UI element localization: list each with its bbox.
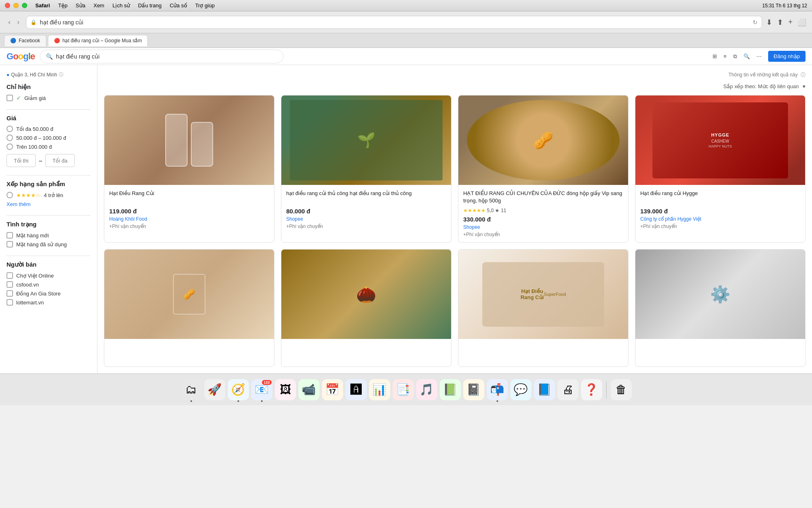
tab-label-google: hạt điều rang củi – Google Mua sắm <box>63 38 142 43</box>
download-icon[interactable]: ⬇ <box>766 18 772 27</box>
menu-file[interactable]: Tệp <box>58 2 67 9</box>
reload-icon[interactable]: ↻ <box>753 19 758 26</box>
google-search-bar[interactable]: 🔍 hạt điều rang củi <box>40 50 283 63</box>
product-seller-4[interactable]: Công ty cổ phần Hygge Việt <box>640 216 800 222</box>
tab-favicon-facebook: 🔵 <box>10 38 16 43</box>
price-radio-2[interactable] <box>6 135 13 141</box>
product-card-6[interactable]: 🌰 <box>281 249 451 367</box>
back-button[interactable]: ‹ <box>6 17 13 27</box>
new-item-checkbox[interactable] <box>6 232 13 239</box>
menu-help[interactable]: Trợ giúp <box>195 2 215 9</box>
tab-label-facebook: Facebook <box>19 38 40 43</box>
new-item-checkbox-row[interactable]: Mặt hàng mới <box>6 232 91 239</box>
new-tab-icon[interactable]: + <box>788 18 793 26</box>
price-option-1[interactable]: Tối đa 50.000 đ <box>6 126 91 132</box>
menu-bookmarks[interactable]: Dấu trang <box>138 2 162 9</box>
dock-photos[interactable]: 🖼 <box>275 379 296 400</box>
signin-button[interactable]: Đăng nhập <box>768 51 806 62</box>
dock-zalo[interactable]: 💬 <box>510 379 531 400</box>
info-icon[interactable]: ⓘ <box>59 72 63 78</box>
seller-lottemart-row[interactable]: lottemart.vn <box>6 299 91 306</box>
share-icon[interactable]: ⬆ <box>777 18 783 27</box>
tabs-icon[interactable]: ⬜ <box>797 18 806 27</box>
filter-icon[interactable]: ⧉ <box>733 53 737 60</box>
dock-appstore[interactable]: 🅰 <box>346 379 367 400</box>
more-options-icon[interactable]: ⋯ <box>756 53 762 59</box>
product-card-5[interactable]: 🥜 <box>104 249 274 367</box>
discount-checkbox[interactable] <box>6 95 13 101</box>
product-card-3[interactable]: 🥜 HẠT ĐIỀU RANG CỦI CHUYÊN CỦA ĐỨC đóng … <box>458 95 628 243</box>
search-icon-top[interactable]: 🔍 <box>743 53 750 59</box>
dock-facetime[interactable]: 📹 <box>298 379 320 400</box>
menu-app[interactable]: Safari <box>35 2 50 9</box>
maximize-button[interactable] <box>22 3 27 8</box>
dock-powerpoint[interactable]: 📑 <box>393 379 414 400</box>
dock-trash[interactable]: 🗑 <box>611 379 632 400</box>
used-item-checkbox[interactable] <box>6 241 13 247</box>
price-option-2[interactable]: 50.000 đ – 100.000 đ <box>6 135 91 141</box>
dock-word[interactable]: 📘 <box>534 379 555 400</box>
price-option-3[interactable]: Trên 100.000 đ <box>6 143 91 150</box>
dock-finder[interactable]: 🗂 <box>181 379 202 400</box>
product-img-4: HYGGE CASHEW HAPPY NUTS <box>635 96 805 185</box>
seller-cho-viet-checkbox[interactable] <box>6 272 13 279</box>
dock-notes[interactable]: 📓 <box>463 379 484 400</box>
dock-mail-dot <box>261 400 263 402</box>
menu-window[interactable]: Cửa số <box>170 2 187 9</box>
dock-mail[interactable]: 📧 122 <box>251 379 272 400</box>
product-card-1[interactable]: Hạt Điều Rang Củi 119.000 đ Hoàng Khôi F… <box>104 95 274 243</box>
sidebar: ● Quận 3, Hồ Chí Minh ⓘ Chỉ hiện ✓ Giảm … <box>0 65 97 373</box>
address-bar[interactable]: 🔒 hạt điều rang củi ↻ <box>26 16 762 29</box>
rating-radio[interactable] <box>6 192 13 198</box>
product-img-2: 🌱 <box>281 96 451 185</box>
seller-dong-an-checkbox[interactable] <box>6 290 13 297</box>
menu-edit[interactable]: Sửa <box>76 2 85 9</box>
price-max-input[interactable] <box>45 154 75 167</box>
seller-lottemart-checkbox[interactable] <box>6 299 13 306</box>
price-radio-3[interactable] <box>6 143 13 150</box>
seller-csfood-row[interactable]: csfood.vn <box>6 281 91 288</box>
product-seller-1[interactable]: Hoàng Khôi Food <box>109 216 269 222</box>
dock-help[interactable]: ❓ <box>581 379 602 400</box>
product-card-2[interactable]: 🌱 hạt điều rang củi thủ công hạt điều ra… <box>281 95 451 243</box>
sort-dropdown-icon[interactable]: ▾ <box>803 83 806 89</box>
dock-keynote[interactable]: 📊 <box>369 379 390 400</box>
product-card-4[interactable]: HYGGE CASHEW HAPPY NUTS Hạt điều rang củ… <box>635 95 806 243</box>
product-info-8 <box>635 339 805 367</box>
seller-csfood-checkbox[interactable] <box>6 281 13 288</box>
grid-view-icon[interactable]: ⊞ <box>713 53 717 59</box>
product-card-7[interactable]: Hạt ĐiềuRang CủiSuperFood <box>458 249 628 367</box>
price-radio-1[interactable] <box>6 126 13 132</box>
rating-row[interactable]: ★★★★☆ 4 trở lên <box>6 192 91 198</box>
product-seller-3[interactable]: Shopee <box>463 224 623 230</box>
discount-checkbox-row[interactable]: ✓ Giảm giá <box>6 95 91 101</box>
price-min-input[interactable] <box>6 154 36 167</box>
dock-music[interactable]: 🎵 <box>416 379 437 400</box>
dock-safari[interactable]: 🧭 <box>228 379 249 400</box>
see-more-link[interactable]: Xem thêm <box>6 201 30 207</box>
product-info-4: Hạt điều rang củi Hygge 139.000 đ Công t… <box>635 185 805 234</box>
info-icon-main[interactable]: ⓘ <box>801 72 806 78</box>
tab-google-shopping[interactable]: 🔴 hạt điều rang củi – Google Mua sắm <box>48 35 148 46</box>
forward-button[interactable]: › <box>15 17 22 27</box>
tabs-bar: 🔵 Facebook 🔴 hạt điều rang củi – Google … <box>0 33 812 48</box>
product-seller-2[interactable]: Shopee <box>286 216 446 222</box>
product-card-8[interactable]: ⚙️ <box>635 249 806 367</box>
seller-dong-an-row[interactable]: Đồng An Gia Store <box>6 290 91 297</box>
close-button[interactable] <box>5 3 10 8</box>
list-view-icon[interactable]: ≡ <box>723 53 727 59</box>
seller-cho-viet-row[interactable]: Chợ Việt Online <box>6 272 91 279</box>
minimize-button[interactable] <box>13 3 19 8</box>
dock-launchpad[interactable]: 🚀 <box>204 379 225 400</box>
dock-printer[interactable]: 🖨 <box>557 379 579 400</box>
titlebar: Safari Tệp Sửa Xem Lịch sử Dấu trang Cửa… <box>0 0 812 11</box>
dock-calendar[interactable]: 📅 13 <box>322 379 343 400</box>
menu-view[interactable]: Xem <box>93 2 104 9</box>
product-title-2: hạt điều rang củi thủ công hạt điều rang… <box>286 190 446 204</box>
menu-history[interactable]: Lịch sử <box>112 2 130 9</box>
dock-outlook[interactable]: 📬 <box>487 379 508 400</box>
used-item-checkbox-row[interactable]: Mặt hàng đã sử dụng <box>6 241 91 247</box>
topbar-right: 15:31 Th 6 13 thg 12 <box>762 3 807 9</box>
dock-excel[interactable]: 📗 <box>440 379 461 400</box>
tab-facebook[interactable]: 🔵 Facebook <box>4 35 46 46</box>
